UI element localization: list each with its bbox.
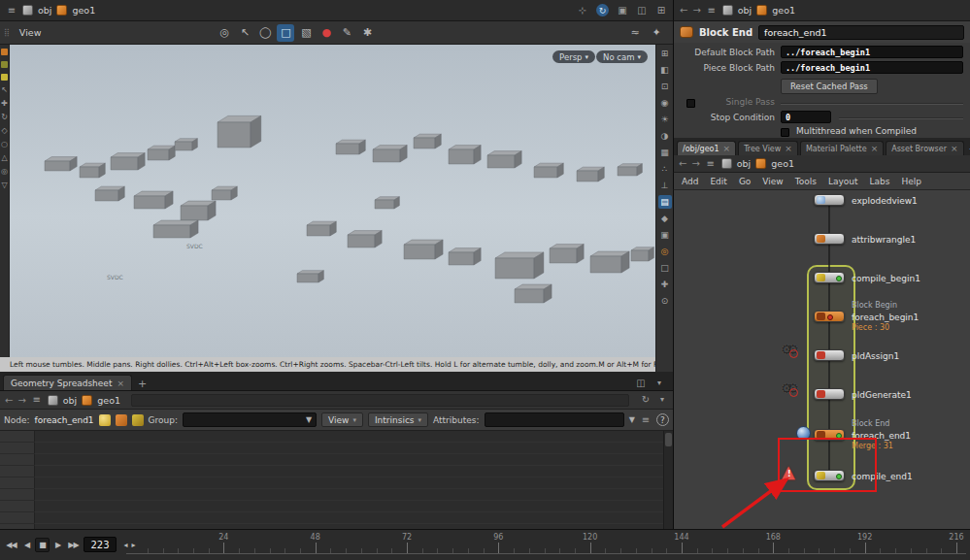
move-tool-icon[interactable]: ✚	[1, 100, 8, 108]
lighting-icon[interactable]: ☀	[658, 113, 672, 126]
new-tab-button[interactable]: +	[138, 378, 147, 390]
render-icon[interactable]: ●	[318, 24, 335, 42]
node-attribwrangle1[interactable]	[814, 233, 845, 245]
pane-grip[interactable]: ⣿	[4, 28, 11, 37]
node-pldassign1[interactable]	[814, 349, 845, 361]
close-icon[interactable]: ×	[723, 144, 731, 153]
camera-persp-badge[interactable]: Persp ▾	[552, 50, 595, 63]
back-icon[interactable]: ←	[680, 5, 687, 16]
shading-mode-icon[interactable]: ◑	[658, 129, 672, 143]
timeline-tick[interactable]	[956, 543, 957, 553]
breadcrumb-obj[interactable]: obj	[63, 395, 77, 406]
lasso-select-icon[interactable]: ◯	[256, 24, 274, 42]
prim-mode-icon[interactable]	[132, 414, 144, 426]
timeline-ruler[interactable]	[126, 553, 966, 554]
viewport-3d[interactable]: SVDCSVDC Persp ▾ No cam ▾	[10, 45, 655, 357]
timeline-tick[interactable]	[682, 543, 683, 553]
network-editor[interactable]: explodedview1 attribwrangle1 compile_beg…	[673, 190, 970, 529]
back-icon[interactable]: ←	[5, 395, 13, 406]
select-tool-icon[interactable]: ↖	[236, 24, 253, 42]
help-icon[interactable]: ?	[656, 413, 669, 426]
node-compile-begin1[interactable]	[814, 272, 845, 283]
path-menu-icon[interactable]: ≡	[705, 157, 717, 171]
select-tool-icon[interactable]: ↖	[1, 86, 8, 94]
breadcrumb-geo1[interactable]: geo1	[771, 158, 794, 169]
breadcrumb-obj[interactable]: obj	[738, 5, 752, 16]
options-menu-icon[interactable]: ≡	[640, 413, 652, 427]
edit-icon[interactable]: ✎	[338, 24, 355, 42]
forward-icon[interactable]: →	[692, 5, 700, 16]
output-flag[interactable]	[836, 474, 842, 479]
update-mode-icon[interactable]: ↻	[596, 4, 609, 16]
view-dropdown[interactable]: View ▾	[321, 412, 363, 427]
snap-icon[interactable]: ◆	[658, 212, 672, 225]
step-back-button[interactable]: ◀	[19, 538, 34, 552]
visibility-icon[interactable]: ◎	[658, 245, 672, 258]
vertex-mode-icon[interactable]	[116, 414, 127, 426]
attributes-input[interactable]	[485, 412, 624, 427]
pane-layout-icon[interactable]: ◫	[635, 377, 647, 390]
display-options-icon[interactable]: ⊙	[658, 294, 672, 308]
close-icon[interactable]: ×	[785, 144, 792, 153]
forward-icon[interactable]: →	[691, 158, 699, 169]
menu-view[interactable]: View	[756, 177, 788, 186]
pin-icon[interactable]: ⊹	[577, 4, 588, 17]
pane-max-icon[interactable]: ✦	[648, 24, 665, 42]
menu-add[interactable]: Add	[676, 177, 704, 186]
stop-condition-slider[interactable]	[839, 117, 963, 119]
filter-icon[interactable]: ▼	[306, 415, 312, 424]
group-input[interactable]: ▼	[183, 412, 317, 427]
breadcrumb-geo1[interactable]: geo1	[772, 5, 795, 16]
path-menu-icon[interactable]: ≡	[706, 4, 718, 17]
default-block-path-field[interactable]: ../foreach_begin1	[781, 46, 963, 58]
breadcrumb-geo1[interactable]: geo1	[97, 395, 120, 406]
viewport-layout-icon[interactable]: ⊞	[658, 47, 672, 60]
fast-forward-button[interactable]: ▶▶	[66, 538, 81, 552]
paint-select-icon[interactable]: ▧	[297, 24, 315, 42]
pane-tab-tree-view[interactable]: Tree View ×	[738, 141, 798, 155]
pane-tab-asset-browser[interactable]: Asset Browser ×	[886, 141, 963, 155]
path-field[interactable]	[131, 394, 629, 407]
display-options-icon[interactable]: ✱	[358, 24, 376, 42]
node-foreach-end1[interactable]	[814, 429, 845, 441]
spreadsheet-table[interactable]	[0, 431, 673, 529]
frame-step-right[interactable]: ▸	[128, 538, 138, 552]
desktop-layout-icon[interactable]: ⊞	[655, 4, 667, 17]
points-display-icon[interactable]: ∴	[658, 162, 672, 176]
pane-tab-obj-geo1[interactable]: /obj/geo1 ×	[677, 141, 736, 155]
rotate-tool-icon[interactable]: ↻	[1, 114, 8, 121]
node-pldgenerate1[interactable]	[814, 388, 845, 400]
camera-icon[interactable]: ◉	[658, 96, 672, 110]
menu-tools[interactable]: Tools	[789, 177, 822, 186]
menu-go[interactable]: Go	[733, 177, 756, 186]
forward-icon[interactable]: →	[17, 395, 25, 406]
chevron-down-icon[interactable]: ▾	[653, 377, 665, 390]
shelf-tool-olive-icon[interactable]	[1, 61, 8, 68]
node-compile-end1[interactable]	[814, 470, 845, 481]
rewind-button[interactable]: ◀◀	[4, 538, 18, 552]
scrollbar-thumb[interactable]	[665, 433, 672, 446]
chevron-down-icon[interactable]: ▾	[656, 393, 668, 407]
close-icon[interactable]: ×	[871, 144, 879, 153]
multithread-checkbox[interactable]	[781, 128, 789, 137]
stop-condition-field[interactable]: 0	[781, 111, 831, 123]
node-name-field[interactable]: foreach_end1	[758, 25, 964, 40]
filter-icon[interactable]: ▼	[629, 415, 635, 424]
sync-icon[interactable]: ↻	[640, 393, 652, 407]
path-menu-icon[interactable]: ≡	[31, 393, 43, 407]
snapshot-icon[interactable]: ▣	[617, 4, 628, 17]
timeline-tick[interactable]	[865, 543, 866, 553]
back-icon[interactable]: ←	[679, 158, 686, 169]
gallery-icon[interactable]: ◫	[636, 4, 648, 17]
scale-tool-icon[interactable]: ◇	[1, 127, 7, 135]
pane-split-icon[interactable]: ≈	[626, 24, 644, 42]
output-flag[interactable]	[836, 276, 842, 281]
view-tool-icon[interactable]: ◎	[216, 24, 233, 42]
pose-tool-icon[interactable]: △	[1, 154, 7, 162]
menu-help[interactable]: Help	[895, 177, 927, 186]
menu-layout[interactable]: Layout	[822, 177, 864, 186]
pane-tab-material-palette[interactable]: Material Palette ×	[800, 141, 884, 155]
shelf-tool-yellow-icon[interactable]	[1, 74, 8, 81]
single-pass-slider[interactable]	[781, 103, 963, 105]
template-display-icon[interactable]: □	[658, 261, 672, 275]
